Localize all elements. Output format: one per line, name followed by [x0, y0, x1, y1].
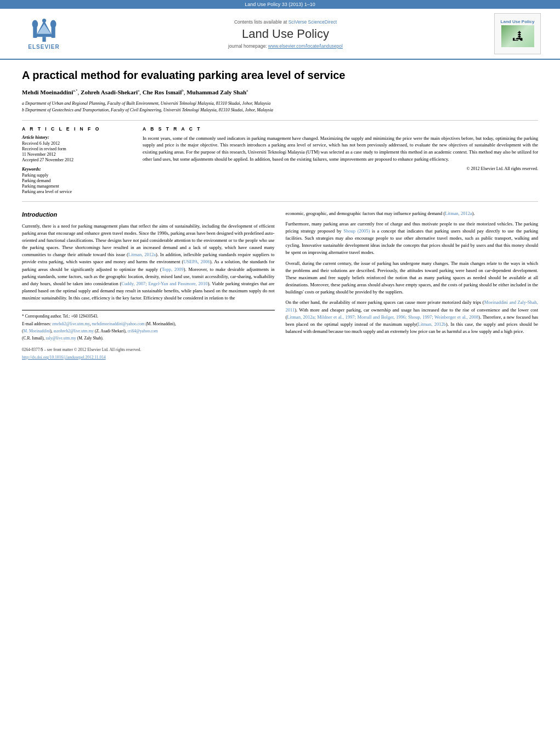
- authors-line: Mehdi Moeinaddinia,*, Zohreh Asadi-Sheka…: [22, 88, 538, 97]
- intro-section-title: Introduction: [22, 210, 275, 219]
- footnote-corresponding: * Corresponding author. Tel.: +60 129410…: [22, 313, 275, 319]
- abstract-column: A B S T R A C T In recent years, some of…: [143, 126, 538, 195]
- affiliations: a Department of Urban and Regional Plann…: [22, 100, 538, 114]
- paper-title: A practical method for evaluating parkin…: [22, 68, 538, 82]
- elsevier-tree-icon: [29, 18, 59, 43]
- ref-litman-2012a-2[interactable]: Litman, 2012a: [445, 211, 472, 216]
- keyword-2: Parking demand: [22, 178, 132, 183]
- homepage-line: journal homepage: www.elsevier.com/locat…: [77, 43, 494, 49]
- elsevier-logo-area: ELSEVIER: [11, 18, 77, 50]
- keywords-label: Keywords:: [22, 167, 132, 172]
- email-moeinaddini[interactable]: zmehdi2@live.utm.my: [52, 321, 90, 326]
- keyword-3: Parking management: [22, 184, 132, 189]
- keyword-4: Parking area level of service: [22, 189, 132, 194]
- author-moeinaddini: Mehdi Moeinaddini: [22, 89, 73, 95]
- email-asadi[interactable]: M. Moeinaddini: [24, 329, 50, 333]
- sciverse-line: Contents lists available at SciVerse Sci…: [77, 19, 494, 25]
- journal-title: Land Use Policy: [77, 27, 494, 41]
- abstract-heading: A B S T R A C T: [143, 126, 538, 132]
- footnote-email-label: E-mail addresses: zmehdi2@live.utm.my, m…: [22, 321, 275, 327]
- ref-topp[interactable]: Topp, 2009: [162, 267, 184, 272]
- footnote-email-others: (C.R. Ismail), zaly@live.utm.my (M. Zaly…: [22, 335, 275, 341]
- ref-cuddy[interactable]: Cuddy, 2007; Engel-Yan and Passmore, 201…: [121, 281, 207, 286]
- ref-moeinaddini-shah[interactable]: Moeinaddini and Zaly-Shah, 2011: [286, 299, 539, 312]
- divider-2: [22, 201, 538, 202]
- article-info-column: A R T I C L E I N F O Article history: R…: [22, 126, 132, 195]
- divider-1: [22, 120, 538, 121]
- right-para-1: economic, geographic, and demographic fa…: [286, 210, 539, 217]
- affiliation-a: a Department of Urban and Regional Plann…: [22, 100, 538, 107]
- page-footer: 0264-8377/$ – see front matter © 2012 El…: [22, 347, 275, 360]
- body-col-right: economic, geographic, and demographic fa…: [286, 210, 539, 361]
- email-asadi-2[interactable]: aszohreh2@live.utm.my: [54, 329, 94, 333]
- accepted-date: Accepted 27 November 2012: [22, 157, 132, 162]
- author-ismail: Che Ros Ismail: [143, 89, 182, 95]
- homepage-link[interactable]: www.elsevier.com/locate/landusepol: [268, 43, 343, 49]
- ref-usepa[interactable]: USEPA, 2006: [183, 259, 210, 264]
- abstract-copyright: © 2012 Elsevier Ltd. All rights reserved…: [143, 166, 538, 171]
- footnote-email-asadi: (M. Moeinaddini), aszohreh2@live.utm.my …: [22, 328, 275, 334]
- journal-logo-box: Land Use Policy: [494, 13, 541, 54]
- body-content: Introduction Currently, there is a need …: [22, 210, 538, 361]
- received-date: Received 6 July 2012: [22, 141, 132, 146]
- header-center: Contents lists available at SciVerse Sci…: [77, 19, 494, 49]
- svg-rect-0: [42, 37, 46, 42]
- ref-shoup[interactable]: Shoup (2005): [343, 228, 370, 234]
- svg-point-7: [50, 20, 56, 27]
- email-shah[interactable]: zaly@live.utm.my: [46, 336, 76, 341]
- right-para-2: Furthermore, many parking areas are curr…: [286, 220, 539, 257]
- right-para-4: On the other hand, the availability of m…: [286, 299, 539, 335]
- revised-date: 11 November 2012: [22, 152, 132, 157]
- logo-image: [501, 25, 534, 47]
- ref-litman-mildner[interactable]: Litman, 2012a; Mildner et al., 1997; Mor…: [287, 314, 478, 320]
- ref-litman-2012a-1[interactable]: Litman, 2012a: [128, 252, 156, 257]
- article-info-abstract-section: A R T I C L E I N F O Article history: R…: [22, 126, 538, 195]
- doi-link[interactable]: http://dx.doi.org/10.1016/j.landusepol.2…: [22, 355, 106, 360]
- elsevier-logo: ELSEVIER: [11, 18, 77, 50]
- keyword-1: Parking supply: [22, 173, 132, 178]
- sciverse-link[interactable]: SciVerse ScienceDirect: [289, 19, 337, 25]
- journal-logo-box-area: Land Use Policy: [494, 13, 549, 54]
- logo-title: Land Use Policy: [501, 19, 535, 24]
- footnotes: * Corresponding author. Tel.: +60 129410…: [22, 310, 275, 341]
- email-moeinaddini-yahoo[interactable]: mehdimoeinaddini@yahoo.com: [92, 321, 144, 326]
- journal-top-bar: Land Use Policy 33 (2013) 1–10: [0, 0, 560, 9]
- received-revised-label: Received in revised form: [22, 146, 132, 151]
- author-asadi: Zohreh Asadi-Shekari: [81, 89, 138, 95]
- author-shah: Muhammad Zaly Shah: [186, 89, 246, 95]
- article-info-heading: A R T I C L E I N F O: [22, 126, 132, 132]
- right-para-3: Overall, during the current century, the…: [286, 260, 539, 296]
- svg-point-3: [42, 18, 46, 22]
- intro-para-1: Currently, there is a need for parking m…: [22, 223, 275, 302]
- elsevier-label: ELSEVIER: [28, 44, 59, 50]
- affiliation-b: b Department of Geotechnics and Transpor…: [22, 107, 538, 114]
- email-ismail[interactable]: cri64@yahoo.com: [128, 329, 158, 333]
- main-content: A practical method for evaluating parkin…: [0, 60, 560, 372]
- abstract-text: In recent years, some of the commonly us…: [143, 135, 538, 163]
- ref-litman-2012b[interactable]: Litman, 2012b: [418, 321, 446, 327]
- svg-point-6: [32, 20, 38, 27]
- svg-marker-2: [37, 24, 50, 33]
- body-col-left: Introduction Currently, there is a need …: [22, 210, 275, 361]
- journal-header: ELSEVIER Contents lists available at Sci…: [0, 9, 560, 60]
- footer-doi: http://dx.doi.org/10.1016/j.landusepol.2…: [22, 354, 275, 361]
- footer-issn: 0264-8377/$ – see front matter © 2012 El…: [22, 347, 275, 353]
- article-history-label: Article history:: [22, 135, 132, 140]
- keywords-section: Keywords: Parking supply Parking demand …: [22, 167, 132, 194]
